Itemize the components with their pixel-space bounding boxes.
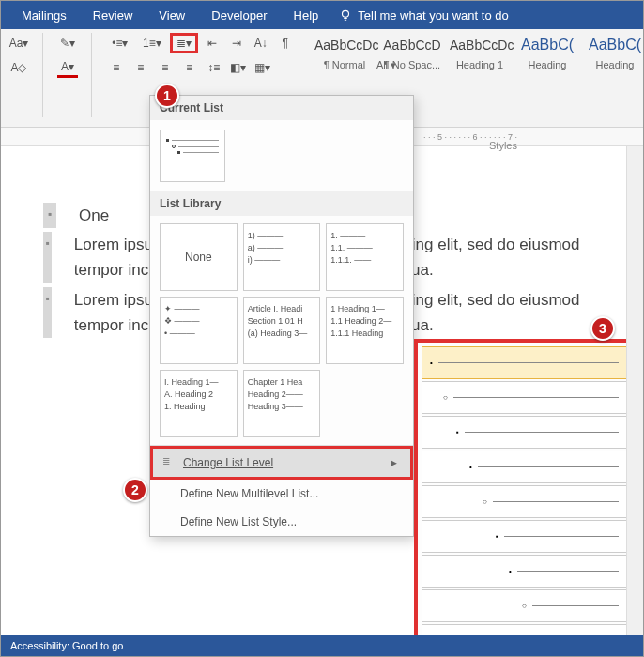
tab-developer[interactable]: Developer xyxy=(198,1,280,29)
list-level-7[interactable]: • xyxy=(422,555,627,588)
align-right-button[interactable]: ≡ xyxy=(155,57,176,78)
list-library-item[interactable]: Chapter 1 Hea Heading 2—— Heading 3—— xyxy=(243,370,321,437)
list-library-item[interactable]: I. Heading 1— A. Heading 2 1. Heading xyxy=(160,370,238,437)
tab-mailings[interactable]: Mailings xyxy=(8,1,80,29)
current-list-header: Current List xyxy=(150,96,413,120)
decrease-indent-button[interactable]: ⇤ xyxy=(202,33,222,53)
multilevel-commands: ≣ Change List Level ▶ Define New Multile… xyxy=(150,445,413,536)
change-case-button[interactable]: Aa▾ xyxy=(8,33,29,53)
list-library-header: List Library xyxy=(150,191,413,216)
change-level-icon: ≣ xyxy=(162,456,176,469)
style-heading3[interactable]: AaBbC( Heading xyxy=(581,33,644,72)
borders-button[interactable]: ▦▾ xyxy=(253,57,273,78)
list-level-flyout: • ○ ▪ • ○ ▪ • ○ ▪ xyxy=(414,339,635,657)
list-library-none[interactable]: None xyxy=(160,223,238,291)
list-level-8[interactable]: ○ xyxy=(422,589,627,622)
list-library-grid: None 1) ——— a) ——— i) ——— 1. ——— 1.1. ——… xyxy=(150,216,413,445)
bullet-icon xyxy=(166,139,169,142)
shading-button[interactable]: ◧▾ xyxy=(228,57,249,78)
multilevel-list-panel: Current List List Library None 1) ——— a)… xyxy=(149,95,414,537)
tab-help[interactable]: Help xyxy=(281,1,332,29)
callout-1: 1 xyxy=(155,84,179,108)
style-heading1[interactable]: AaBbCcDc Heading 1 xyxy=(446,33,514,72)
ribbon-tabs: Mailings Review View Developer Help Tell… xyxy=(1,1,643,29)
tab-view[interactable]: View xyxy=(146,1,198,29)
change-list-level-cmd[interactable]: ≣ Change List Level ▶ xyxy=(150,446,413,480)
style-normal[interactable]: AaBbCcDc ¶ Normal xyxy=(311,33,378,72)
circle-bullet-icon xyxy=(172,145,176,148)
list-library-item[interactable]: 1. ——— 1.1. ——— 1.1.1. —— xyxy=(326,223,404,291)
bullets-button[interactable]: •≡▾ xyxy=(106,33,134,53)
callout-2: 2 xyxy=(123,478,147,502)
styles-gallery: AaBbCcDc ¶ Normal AaBbCcD ¶ No Spac... A… xyxy=(311,33,644,72)
highlight-color-button[interactable]: ✎▾ xyxy=(57,33,78,53)
accessibility-status[interactable]: Accessibility: Good to go xyxy=(10,640,123,651)
list-level-1[interactable]: • xyxy=(422,346,627,379)
numbering-button[interactable]: 1≡▾ xyxy=(138,33,166,53)
sort-button[interactable]: A↓ xyxy=(251,33,271,53)
styles-group-label: Styles xyxy=(489,140,517,151)
list-level-6[interactable]: ▪ xyxy=(422,520,627,553)
list-level-4[interactable]: • xyxy=(422,451,627,483)
align-left-button[interactable]: ≡ xyxy=(106,57,127,78)
list-library-item[interactable]: Article I. Headi Section 1.01 H (a) Head… xyxy=(243,297,321,364)
list-level-5[interactable]: ○ xyxy=(422,485,627,518)
list-library-item[interactable]: 1 Heading 1— 1.1 Heading 2— 1.1.1 Headin… xyxy=(326,297,404,364)
callout-3: 3 xyxy=(590,316,615,341)
font-color-button[interactable]: A▾ xyxy=(57,57,78,78)
tab-review[interactable]: Review xyxy=(80,1,146,29)
list-level-3[interactable]: ▪ xyxy=(422,416,627,449)
tell-me-search[interactable]: Tell me what you want to do xyxy=(339,8,508,23)
group-divider xyxy=(42,33,43,117)
style-heading2[interactable]: AaBbC( Heading xyxy=(514,33,581,72)
align-center-button[interactable]: ≡ xyxy=(130,57,151,78)
define-list-style-cmd[interactable]: Define New List Style... xyxy=(150,508,413,536)
show-marks-button[interactable]: ¶ xyxy=(275,33,296,53)
list-library-item[interactable]: 1) ——— a) ——— i) ——— xyxy=(243,223,321,291)
tell-me-label: Tell me what you want to do xyxy=(358,8,508,23)
svg-point-0 xyxy=(343,10,349,17)
vertical-scrollbar[interactable] xyxy=(626,146,643,635)
styles-all-dropdown[interactable]: All ▾ xyxy=(376,59,396,71)
multilevel-list-button[interactable]: ≣▾ xyxy=(170,33,198,53)
list-level-2[interactable]: ○ xyxy=(422,381,627,414)
group-divider xyxy=(91,33,92,117)
submenu-arrow-icon: ▶ xyxy=(391,458,397,467)
line-spacing-button[interactable]: ↕≡ xyxy=(204,57,224,78)
lightbulb-icon xyxy=(339,8,352,22)
current-list-preview[interactable] xyxy=(160,130,225,182)
define-multilevel-cmd[interactable]: Define New Multilevel List... xyxy=(150,480,413,508)
justify-button[interactable]: ≡ xyxy=(179,57,200,78)
increase-indent-button[interactable]: ⇥ xyxy=(226,33,247,53)
square-bullet-icon xyxy=(177,151,180,154)
clear-formatting-button[interactable]: A◇ xyxy=(8,57,29,78)
list-library-item[interactable]: ✦ ——— ❖ ——— • ——— xyxy=(160,297,238,364)
status-bar: Accessibility: Good to go xyxy=(1,635,643,656)
